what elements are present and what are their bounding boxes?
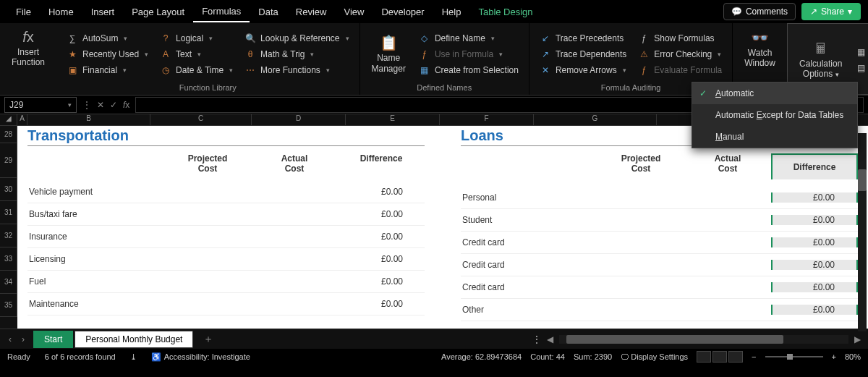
text-button[interactable]: AText▾ (157, 48, 236, 61)
add-sheet-button[interactable]: ＋ (195, 333, 222, 346)
chevron-down-icon[interactable]: ▾ (491, 35, 495, 42)
share-button[interactable]: ↗ Share ▾ (801, 3, 861, 20)
actual-cell[interactable] (684, 215, 771, 225)
projected-cell[interactable] (597, 305, 684, 315)
chevron-down-icon[interactable]: ▾ (326, 67, 330, 74)
more-functions-button[interactable]: ⋯More Functions▾ (242, 64, 352, 77)
spreadsheet-grid[interactable]: 28 29 30 31 32 33 34 35 Transportation P… (0, 126, 868, 329)
chevron-down-icon[interactable]: ▾ (346, 35, 349, 42)
table-row[interactable]: Vehicle payment£0.00 (27, 181, 425, 203)
trace-dependents-button[interactable]: ↗Trace Dependents (537, 48, 629, 61)
projected-cell[interactable] (597, 237, 684, 247)
row-header-29[interactable]: 29 (0, 143, 17, 178)
scrollbar-thumb[interactable] (566, 335, 783, 344)
math-trig-button[interactable]: θMath & Trig▾ (242, 48, 352, 61)
name-manager-button[interactable]: 📋 NameManager (367, 26, 410, 82)
create-from-selection-button[interactable]: ▦Create from Selection (416, 64, 522, 77)
projected-cell[interactable] (597, 215, 684, 225)
row-header-30[interactable]: 30 (0, 178, 17, 201)
table-row[interactable]: Other£0.00 (461, 299, 858, 321)
horizontal-scrollbar[interactable] (559, 335, 848, 344)
actual-cell[interactable] (251, 276, 338, 287)
projected-cell[interactable] (597, 192, 684, 203)
actual-cell[interactable] (684, 192, 771, 203)
chevron-down-icon[interactable]: ▾ (123, 67, 127, 74)
table-row[interactable]: Credit card£0.00 (461, 254, 858, 276)
enter-formula-icon[interactable]: ✓ (110, 100, 117, 110)
view-page-layout-button[interactable] (712, 351, 727, 363)
sheet-tab-start[interactable]: Start (33, 331, 73, 348)
name-box[interactable]: J29 ▾ (4, 97, 77, 113)
calc-auto-except-item[interactable]: Automatic Except for Data Tables (692, 104, 857, 126)
column-header-b[interactable]: B (27, 114, 150, 125)
chevron-down-icon[interactable]: ▾ (310, 51, 314, 58)
status-accessibility[interactable]: Accessibility: Investigate (164, 352, 250, 361)
chevron-down-icon[interactable]: ▾ (68, 101, 72, 109)
calc-manual-item[interactable]: Manual (692, 126, 857, 148)
tab-formulas[interactable]: Formulas (193, 1, 250, 22)
column-header-g[interactable]: G (534, 114, 657, 125)
projected-cell[interactable] (164, 299, 251, 309)
insert-function-button[interactable]: fx InsertFunction (7, 26, 49, 71)
row-header-32[interactable]: 32 (0, 224, 17, 247)
calc-automatic-item[interactable]: Automatic (692, 82, 857, 104)
table-row[interactable]: Student£0.00 (461, 209, 858, 232)
actual-cell[interactable] (684, 282, 771, 292)
calculate-now-button[interactable]: ▦ (852, 46, 868, 59)
table-row[interactable]: Maintenance£0.00 (27, 293, 425, 315)
projected-cell[interactable] (597, 260, 684, 270)
remove-arrows-button[interactable]: ✕Remove Arrows▾ (537, 64, 629, 77)
tab-view[interactable]: View (335, 2, 373, 22)
column-header-d[interactable]: D (252, 114, 346, 125)
chevron-down-icon[interactable]: ▾ (209, 35, 213, 42)
view-page-break-button[interactable] (728, 351, 743, 363)
chevron-down-icon[interactable]: ▾ (718, 51, 721, 58)
actual-cell[interactable] (684, 305, 771, 315)
tab-page-layout[interactable]: Page Layout (123, 2, 193, 22)
hscroll-right[interactable]: ▶ (854, 334, 861, 344)
table-row[interactable]: Credit card£0.00 (461, 276, 858, 299)
zoom-in-button[interactable]: + (832, 352, 836, 361)
actual-cell[interactable] (251, 209, 338, 219)
row-header-33[interactable]: 33 (0, 247, 17, 271)
cancel-formula-icon[interactable]: ✕ (97, 100, 104, 110)
logical-button[interactable]: ?Logical▾ (157, 32, 236, 45)
comments-button[interactable]: 💬 Comments (723, 3, 796, 20)
chevron-down-icon[interactable]: ▾ (145, 51, 148, 58)
sheet-nav-prev[interactable]: ‹ (9, 334, 12, 344)
sheet-tab-budget[interactable]: Personal Monthly Budget (75, 331, 193, 348)
column-header-f[interactable]: F (440, 114, 534, 125)
trace-precedents-button[interactable]: ↙Trace Precedents (537, 32, 629, 45)
show-formulas-button[interactable]: ƒShow Formulas (635, 32, 725, 45)
scrollbar-thumb[interactable] (858, 169, 867, 191)
hscroll-left[interactable]: ◀ (547, 334, 553, 344)
tab-insert[interactable]: Insert (82, 2, 124, 22)
vertical-scrollbar[interactable] (858, 133, 867, 331)
projected-cell[interactable] (164, 276, 251, 287)
sheet-nav-next[interactable]: › (22, 334, 25, 344)
chevron-down-icon[interactable]: ▾ (623, 67, 626, 74)
table-row[interactable]: Personal£0.00 (461, 187, 858, 209)
table-row[interactable]: Insurance£0.00 (27, 226, 425, 248)
row-header-34[interactable]: 34 (0, 271, 17, 294)
tab-help[interactable]: Help (433, 2, 470, 22)
view-normal-button[interactable] (697, 351, 711, 363)
tab-home[interactable]: Home (40, 2, 82, 22)
fx-icon[interactable]: fx (123, 100, 129, 110)
actual-cell[interactable] (684, 237, 771, 247)
recently-used-button[interactable]: ★Recently Used▾ (64, 48, 151, 61)
column-header-e[interactable]: E (346, 114, 440, 125)
row-header-28[interactable]: 28 (0, 126, 17, 143)
projected-cell[interactable] (164, 254, 251, 264)
zoom-level[interactable]: 80% (845, 352, 861, 361)
lookup-reference-button[interactable]: 🔍Lookup & Reference▾ (242, 32, 352, 45)
row-header-35[interactable]: 35 (0, 294, 17, 317)
projected-cell[interactable] (164, 209, 251, 219)
projected-cell[interactable] (597, 282, 684, 292)
actual-cell[interactable] (251, 187, 338, 197)
table-row[interactable]: Bus/taxi fare£0.00 (27, 203, 425, 226)
calculate-sheet-button[interactable]: ▤ (852, 62, 868, 75)
date-time-button[interactable]: ◷Date & Time▾ (157, 64, 236, 77)
table-row[interactable]: Licensing£0.00 (27, 248, 425, 271)
chevron-down-icon[interactable]: ▾ (229, 67, 233, 74)
